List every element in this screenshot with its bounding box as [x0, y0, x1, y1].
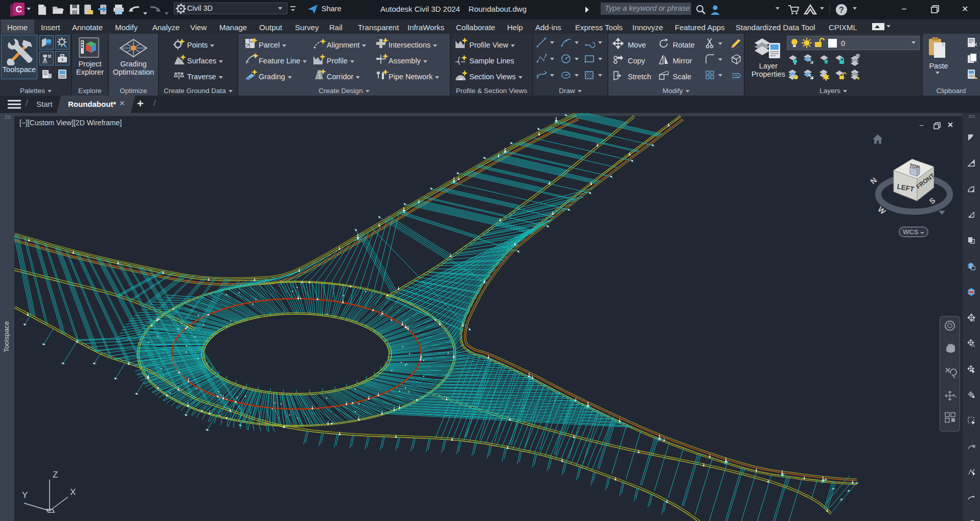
svg-text:N: N	[869, 175, 878, 186]
svg-text:X: X	[70, 487, 76, 497]
svg-text:Y: Y	[22, 490, 28, 500]
svg-text:#: #	[972, 318, 975, 322]
svg-text:A: A	[972, 343, 975, 348]
svg-text:Z: Z	[53, 470, 58, 480]
svg-text:S: S	[927, 196, 937, 206]
